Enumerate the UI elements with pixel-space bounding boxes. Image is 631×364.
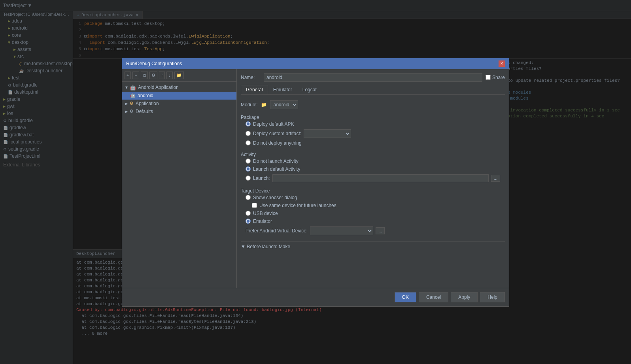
name-label: Name:	[241, 75, 261, 80]
module-label: Module:	[241, 102, 258, 108]
ok-button[interactable]: OK	[395, 292, 416, 302]
deploy-default-label: Deploy default APK	[253, 121, 294, 127]
dialog-close-button[interactable]: ✕	[499, 60, 505, 67]
target-device-section: Target Device Show chooser dialog Use sa…	[241, 187, 505, 236]
tree-panel: + − ⧉ ⚙ ↑ ↓ 📁 ▾ 🤖 Android Application 🤖 …	[122, 69, 237, 288]
move-down-button[interactable]: ↓	[166, 72, 173, 79]
package-section-label: Package	[241, 115, 505, 120]
before-launch-section: ▼ Before launch: Make	[241, 241, 505, 249]
apply-button[interactable]: Apply	[451, 292, 478, 302]
defaults-icon: ⚙	[130, 109, 134, 114]
launch-custom-radio[interactable]	[246, 175, 251, 181]
cancel-button[interactable]: Cancel	[419, 292, 448, 302]
tree-item-label: android	[138, 93, 153, 98]
avd-label: Prefer Android Virtual Device:	[246, 228, 308, 234]
package-section: Package Deploy default APK Deploy custom…	[241, 113, 505, 147]
android-icon: 🤖	[130, 85, 136, 91]
config-panel: Name: Share General Emulator Logcat Modu…	[237, 69, 509, 288]
deploy-default-apk-row: Deploy default APK	[241, 120, 505, 128]
deploy-custom-label: Deploy custom artifact:	[253, 131, 301, 136]
avd-select[interactable]	[310, 226, 373, 235]
launch-default-activity-row: Launch default Activity	[241, 165, 505, 173]
launch-dots-button[interactable]: ...	[491, 175, 500, 182]
dialog-title: Run/Debug Configurations	[126, 61, 182, 66]
launch-default-label: Launch default Activity	[253, 166, 300, 172]
app-icon: ⚙	[130, 101, 134, 106]
share-label: Share	[486, 75, 505, 80]
dialog-body: + − ⧉ ⚙ ↑ ↓ 📁 ▾ 🤖 Android Application 🤖 …	[122, 69, 509, 288]
no-launch-activity-row: Do not launch Activity	[241, 157, 505, 165]
share-config-button[interactable]: ⚙	[149, 72, 157, 79]
deploy-custom-radio[interactable]	[246, 131, 251, 136]
tab-general[interactable]: General	[241, 85, 268, 94]
launch-custom-row: Launch: ...	[241, 173, 505, 183]
dialog-title-bar: Run/Debug Configurations ✕	[122, 58, 509, 69]
move-up-button[interactable]: ↑	[159, 72, 165, 79]
same-device-checkbox[interactable]	[252, 203, 257, 208]
no-deploy-row: Do not deploy anything	[241, 139, 505, 147]
help-button[interactable]: Help	[480, 292, 505, 302]
tree-toolbar: + − ⧉ ⚙ ↑ ↓ 📁	[122, 72, 236, 82]
tree-item-android-application[interactable]: ▾ 🤖 Android Application	[122, 83, 236, 92]
before-launch-toggle[interactable]: ▼ Before launch: Make	[241, 244, 505, 249]
tabs-row: General Emulator Logcat	[241, 85, 505, 95]
expand-icon: ▸	[125, 101, 128, 106]
before-launch-label: ▼ Before launch: Make	[241, 244, 290, 249]
dialog-overlay: Run/Debug Configurations ✕ + − ⧉ ⚙ ↑ ↓ 📁…	[0, 0, 631, 364]
tree-item-defaults[interactable]: ▸ ⚙ Defaults	[122, 108, 236, 115]
usb-device-label: USB device	[253, 211, 278, 216]
expand-icon: ▸	[125, 109, 128, 114]
avd-row: Prefer Android Virtual Device: ...	[241, 225, 505, 236]
no-launch-radio[interactable]	[246, 158, 251, 164]
tree-item-label: Android Application	[138, 85, 179, 90]
tree-item-label: Defaults	[136, 109, 153, 114]
no-launch-label: Do not launch Activity	[253, 158, 298, 164]
emulator-radio[interactable]	[246, 219, 251, 224]
android-config-icon: 🤖	[130, 93, 136, 98]
add-config-button[interactable]: +	[125, 72, 131, 79]
share-checkbox[interactable]	[486, 75, 491, 80]
remove-config-button[interactable]: −	[132, 72, 139, 79]
expand-icon: ▾	[125, 85, 128, 90]
activity-section: Activity Do not launch Activity Launch d…	[241, 150, 505, 183]
tab-logcat[interactable]: Logcat	[297, 85, 322, 94]
same-device-label: Use same device for future launches	[259, 203, 336, 208]
emulator-label: Emulator	[253, 219, 272, 224]
launch-default-radio[interactable]	[246, 166, 251, 172]
artifact-select[interactable]	[304, 129, 351, 138]
show-chooser-radio[interactable]	[246, 195, 251, 200]
show-chooser-label: Show chooser dialog	[253, 195, 297, 200]
module-select[interactable]: android	[270, 100, 298, 109]
copy-config-button[interactable]: ⧉	[141, 72, 148, 79]
tree-item-application[interactable]: ▸ ⚙ Application	[122, 100, 236, 108]
emulator-row: Emulator	[241, 217, 505, 225]
same-device-row: Use same device for future launches	[241, 202, 505, 209]
name-input[interactable]	[264, 73, 482, 82]
avd-dots-button[interactable]: ...	[376, 227, 385, 234]
folder-button[interactable]: 📁	[174, 72, 184, 79]
activity-section-label: Activity	[241, 152, 505, 157]
deploy-default-radio[interactable]	[246, 121, 251, 126]
tree-item-label: Application	[136, 101, 159, 106]
show-chooser-row: Show chooser dialog	[241, 194, 505, 202]
launch-input[interactable]	[272, 174, 489, 182]
tree-item-android-selected[interactable]: 🤖 android	[122, 92, 236, 100]
module-row: Module: 📁 android	[241, 98, 505, 110]
no-deploy-radio[interactable]	[246, 140, 251, 145]
deploy-custom-row: Deploy custom artifact:	[241, 128, 505, 139]
usb-device-row: USB device	[241, 209, 505, 217]
name-row: Name: Share	[241, 73, 505, 82]
target-device-label: Target Device	[241, 188, 505, 194]
launch-label: Launch:	[253, 175, 270, 181]
usb-device-radio[interactable]	[246, 211, 251, 216]
tab-emulator[interactable]: Emulator	[268, 85, 297, 94]
dialog-footer: OK Cancel Apply Help	[122, 288, 509, 306]
run-debug-dialog: Run/Debug Configurations ✕ + − ⧉ ⚙ ↑ ↓ 📁…	[122, 58, 509, 307]
module-folder-icon: 📁	[261, 102, 267, 108]
no-deploy-label: Do not deploy anything	[253, 140, 302, 146]
